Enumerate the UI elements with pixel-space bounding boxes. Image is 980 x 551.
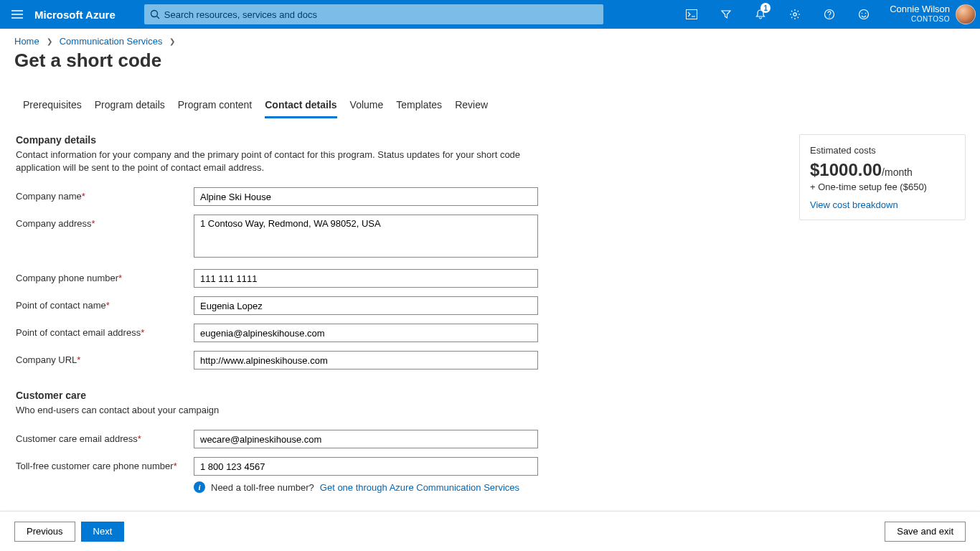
footer-bar: Previous Next Save and exit	[0, 511, 980, 551]
company-details-desc: Contact information for your company and…	[16, 149, 532, 174]
cost-title: Estimated costs	[810, 145, 955, 156]
chevron-right-icon: ❯	[47, 37, 52, 45]
notifications-button[interactable]: 1	[743, 0, 778, 29]
svg-line-1	[156, 17, 159, 19]
poc-email-input[interactable]	[194, 324, 538, 342]
company-url-input[interactable]	[194, 351, 538, 369]
chevron-right-icon: ❯	[169, 37, 175, 45]
form-area: Company details Contact information for …	[14, 134, 785, 551]
tab-program-content[interactable]: Program content	[178, 96, 253, 118]
tab-review[interactable]: Review	[455, 96, 488, 118]
company-address-input[interactable]	[194, 215, 538, 258]
company-phone-label: Company phone number	[16, 273, 118, 283]
svg-point-0	[151, 11, 157, 17]
company-address-label: Company address	[16, 218, 92, 229]
save-exit-button[interactable]: Save and exit	[885, 522, 966, 542]
svg-point-8	[865, 13, 867, 14]
company-url-label: Company URL	[16, 354, 77, 365]
global-search[interactable]	[144, 4, 603, 24]
company-name-input[interactable]	[194, 187, 538, 206]
search-icon	[150, 9, 160, 19]
company-name-label: Company name	[16, 191, 82, 202]
svg-point-5	[829, 17, 829, 17]
breadcrumb-cs[interactable]: Communication Services	[60, 36, 163, 47]
toll-free-link[interactable]: Get one through Azure Communication Serv…	[320, 482, 519, 493]
cloud-shell-button[interactable]	[674, 0, 709, 29]
tab-contact-details[interactable]: Contact details	[265, 96, 336, 118]
notification-badge: 1	[760, 3, 771, 13]
brand-label: Microsoft Azure	[34, 9, 144, 21]
cost-period: /month	[882, 166, 913, 178]
cost-fee: + One-time setup fee ($650)	[810, 182, 955, 192]
svg-point-6	[859, 10, 869, 19]
avatar	[956, 4, 976, 24]
search-input[interactable]	[160, 9, 598, 20]
care-email-input[interactable]	[194, 430, 538, 448]
directory-filter-button[interactable]	[709, 0, 743, 29]
user-menu[interactable]: Connie Wilson CONTOSO	[881, 4, 980, 24]
previous-button[interactable]: Previous	[14, 522, 75, 542]
hamburger-icon	[11, 10, 23, 19]
customer-care-desc: Who end-users can contact about your cam…	[16, 404, 532, 417]
user-org: CONTOSO	[890, 14, 950, 24]
filter-icon	[720, 9, 732, 20]
gear-icon	[789, 9, 801, 20]
toll-free-info-text: Need a toll-free number?	[211, 482, 314, 493]
breadcrumb-home[interactable]: Home	[14, 36, 39, 47]
cost-amount: $1000.00	[810, 160, 882, 179]
user-name: Connie Wilson	[890, 4, 950, 14]
care-email-label: Customer care email address	[16, 433, 138, 444]
care-phone-label: Toll-free customer care phone number	[16, 461, 174, 471]
feedback-button[interactable]	[847, 0, 881, 29]
feedback-icon	[858, 9, 870, 20]
menu-toggle[interactable]	[0, 0, 34, 29]
company-phone-input[interactable]	[194, 269, 538, 288]
top-header: Microsoft Azure 1 Connie Wilson	[0, 0, 980, 29]
tabs: Prerequisites Program details Program co…	[0, 72, 980, 118]
poc-name-label: Point of contact name	[16, 300, 106, 311]
cloud-shell-icon	[686, 9, 697, 19]
svg-point-7	[862, 13, 863, 14]
page-title: Get a short code	[0, 47, 980, 72]
tab-program-details[interactable]: Program details	[95, 96, 165, 118]
breadcrumb: Home ❯ Communication Services ❯	[0, 29, 980, 47]
tab-prerequisites[interactable]: Prerequisites	[23, 96, 82, 118]
tab-templates[interactable]: Templates	[396, 96, 442, 118]
care-phone-input[interactable]	[194, 457, 538, 476]
poc-email-label: Point of contact email address	[16, 327, 141, 338]
svg-rect-2	[687, 10, 697, 19]
cost-breakdown-link[interactable]: View cost breakdown	[810, 199, 898, 210]
cost-card: Estimated costs $1000.00/month + One-tim…	[799, 134, 966, 220]
next-button[interactable]: Next	[81, 522, 125, 542]
help-icon	[824, 9, 835, 20]
help-button[interactable]	[812, 0, 847, 29]
poc-name-input[interactable]	[194, 296, 538, 315]
customer-care-heading: Customer care	[16, 390, 785, 401]
company-details-heading: Company details	[16, 134, 785, 146]
info-icon: i	[194, 481, 205, 493]
svg-point-3	[793, 13, 796, 16]
settings-button[interactable]	[778, 0, 812, 29]
tab-volume[interactable]: Volume	[350, 96, 384, 118]
header-icons: 1 Connie Wilson CONTOSO	[674, 0, 980, 29]
